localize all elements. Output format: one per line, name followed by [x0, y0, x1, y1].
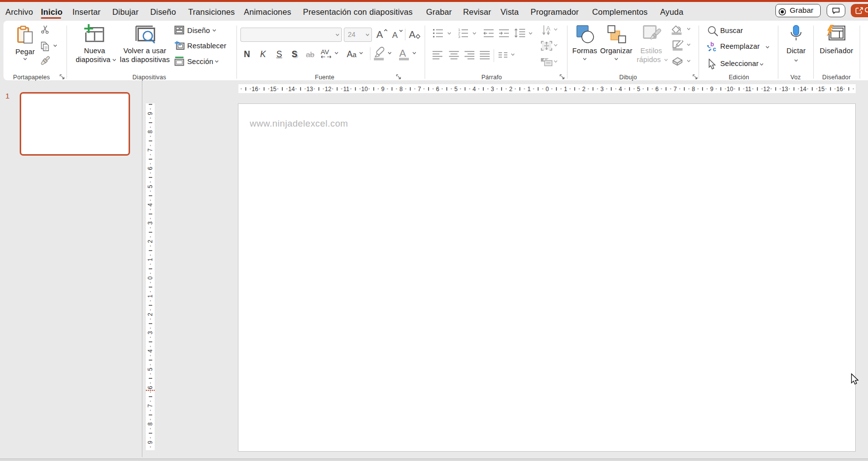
svg-text:8: 8: [147, 130, 154, 133]
svg-text:13: 13: [781, 86, 788, 93]
svg-text:9: 9: [147, 112, 154, 115]
svg-text:3: 3: [491, 86, 494, 93]
svg-text:11: 11: [745, 86, 752, 93]
svg-text:3: 3: [147, 221, 154, 225]
svg-text:11: 11: [343, 86, 350, 93]
svg-text:5: 5: [147, 185, 154, 188]
svg-text:10: 10: [361, 86, 368, 93]
svg-text:8: 8: [147, 422, 154, 426]
svg-text:10: 10: [727, 86, 734, 93]
svg-text:0: 0: [147, 276, 154, 280]
svg-text:3: 3: [601, 86, 604, 93]
svg-text:A: A: [376, 29, 383, 40]
svg-text:6: 6: [147, 166, 154, 170]
svg-text:1: 1: [147, 258, 154, 262]
svg-text:1: 1: [528, 86, 531, 93]
svg-text:3: 3: [458, 34, 460, 39]
svg-text:9: 9: [710, 86, 713, 93]
svg-text:5: 5: [454, 86, 458, 93]
svg-text:15: 15: [818, 86, 825, 93]
svg-text:6: 6: [436, 86, 439, 93]
svg-text:12: 12: [325, 86, 332, 93]
svg-text:7: 7: [147, 404, 154, 407]
svg-text:5: 5: [147, 367, 154, 371]
svg-text:2: 2: [582, 86, 586, 93]
svg-text:16: 16: [252, 86, 259, 93]
svg-text:c: c: [713, 46, 716, 52]
svg-text:A: A: [392, 31, 398, 40]
svg-text:15: 15: [270, 86, 277, 93]
svg-text:3: 3: [147, 331, 154, 334]
svg-text:2: 2: [509, 86, 512, 93]
svg-text:16: 16: [836, 86, 843, 93]
svg-text:14: 14: [288, 86, 295, 93]
svg-text:9: 9: [381, 86, 385, 93]
svg-text:6: 6: [147, 386, 154, 389]
svg-text:6: 6: [655, 86, 659, 93]
svg-text:4: 4: [147, 203, 154, 206]
svg-text:A: A: [400, 47, 406, 59]
svg-text:7: 7: [418, 86, 421, 93]
svg-text:5: 5: [637, 86, 640, 93]
svg-text:0: 0: [546, 86, 549, 93]
svg-text:7: 7: [673, 86, 677, 93]
svg-text:AV: AV: [321, 48, 329, 56]
svg-text:13: 13: [306, 86, 313, 93]
svg-text:1: 1: [564, 86, 568, 93]
svg-text:1: 1: [147, 295, 154, 298]
svg-text:8: 8: [400, 86, 403, 93]
svg-text:7: 7: [147, 148, 154, 152]
svg-text:2: 2: [147, 239, 154, 243]
svg-text:4: 4: [619, 86, 622, 93]
svg-text:4: 4: [147, 349, 154, 353]
svg-text:12: 12: [763, 86, 770, 93]
svg-text:A: A: [409, 29, 416, 40]
svg-text:4: 4: [472, 86, 476, 93]
svg-text:14: 14: [800, 86, 807, 93]
svg-text:9: 9: [147, 440, 154, 444]
svg-text:A: A: [546, 25, 551, 32]
svg-text:2: 2: [147, 313, 154, 316]
svg-text:8: 8: [692, 86, 695, 93]
